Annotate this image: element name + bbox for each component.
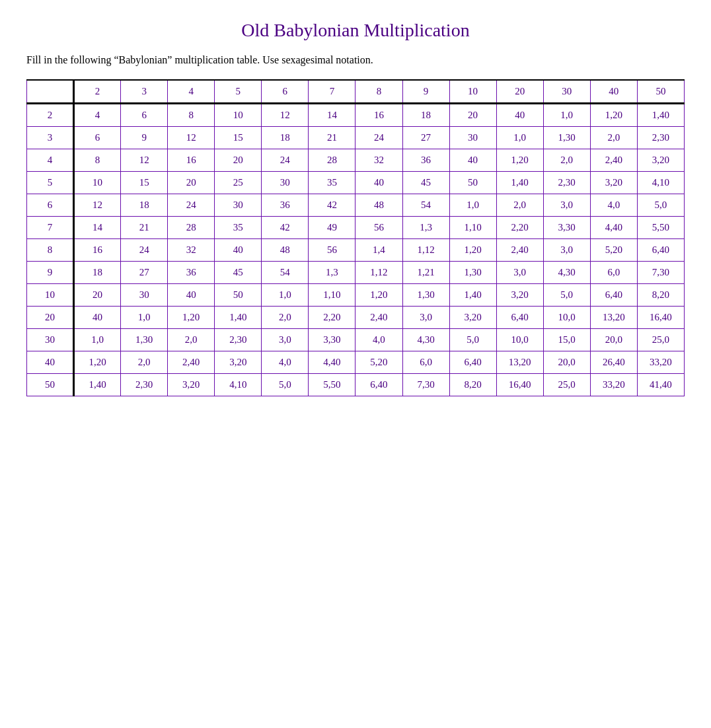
table-cell: 1,3	[402, 217, 449, 239]
table-cell: 5,0	[543, 284, 590, 307]
table-row: 369121518212427301,01,302,02,30	[27, 127, 685, 149]
table-cell: 50	[449, 172, 496, 194]
table-cell: 32	[168, 239, 215, 262]
table-cell: 16	[74, 239, 121, 262]
table-cell: 1,10	[449, 217, 496, 239]
table-cell: 56	[309, 239, 356, 262]
table-cell: 6	[74, 127, 121, 149]
table-cell: 42	[309, 194, 356, 217]
header-col-7: 7	[309, 80, 356, 104]
table-cell: 6,40	[356, 374, 402, 396]
table-cell: 3,0	[402, 307, 449, 329]
table-cell: 2,40	[590, 149, 637, 172]
table-cell: 1,20	[356, 284, 402, 307]
table-row: 51015202530354045501,402,303,204,10	[27, 172, 685, 194]
table-cell: 16	[356, 104, 402, 127]
header-col-8: 8	[356, 80, 402, 104]
table-cell: 30	[215, 194, 262, 217]
table-cell: 1,12	[402, 239, 449, 262]
table-cell: 18	[262, 127, 309, 149]
table-cell: 20	[215, 149, 262, 172]
table-cell: 36	[262, 194, 309, 217]
table-cell: 36	[402, 149, 449, 172]
table-cell: 2,20	[309, 307, 356, 329]
table-cell: 9	[121, 127, 168, 149]
table-cell: 1,40	[215, 307, 262, 329]
header-col-4: 4	[168, 80, 215, 104]
table-cell: 3,20	[449, 307, 496, 329]
table-cell: 40	[168, 284, 215, 307]
table-cell: 6,40	[496, 307, 543, 329]
table-cell: 6,0	[402, 351, 449, 374]
header-col-30: 30	[543, 80, 590, 104]
table-cell: 26,40	[590, 351, 637, 374]
table-cell: 2,0	[496, 194, 543, 217]
table-row: 7142128354249561,31,102,203,304,405,50	[27, 217, 685, 239]
table-cell: 1,4	[356, 239, 402, 262]
table-cell: 4,40	[309, 351, 356, 374]
table-cell: 35	[309, 172, 356, 194]
row-header: 7	[27, 217, 74, 239]
table-cell: 12	[168, 127, 215, 149]
table-cell: 6,40	[449, 351, 496, 374]
row-header: 50	[27, 374, 74, 396]
table-cell: 24	[168, 194, 215, 217]
table-cell: 12	[74, 194, 121, 217]
row-header: 6	[27, 194, 74, 217]
header-col-6: 6	[262, 80, 309, 104]
table-cell: 5,50	[309, 374, 356, 396]
table-cell: 1,30	[121, 329, 168, 351]
table-cell: 1,10	[309, 284, 356, 307]
table-cell: 2,40	[356, 307, 402, 329]
table-cell: 41,40	[637, 374, 684, 396]
table-cell: 28	[168, 217, 215, 239]
table-cell: 36	[168, 262, 215, 284]
table-cell: 8,20	[637, 284, 684, 307]
table-cell: 40	[356, 172, 402, 194]
table-cell: 15,0	[543, 329, 590, 351]
table-cell: 1,0	[449, 194, 496, 217]
table-cell: 7,30	[402, 374, 449, 396]
row-header: 8	[27, 239, 74, 262]
table-cell: 3,0	[543, 194, 590, 217]
table-cell: 27	[402, 127, 449, 149]
table-cell: 5,50	[637, 217, 684, 239]
table-cell: 4,30	[543, 262, 590, 284]
row-header: 3	[27, 127, 74, 149]
table-cell: 20	[449, 104, 496, 127]
table-cell: 14	[309, 104, 356, 127]
table-cell: 1,20	[449, 239, 496, 262]
table-cell: 1,12	[356, 262, 402, 284]
table-cell: 3,30	[543, 217, 590, 239]
table-cell: 20	[168, 172, 215, 194]
table-cell: 4	[74, 104, 121, 127]
row-header: 5	[27, 172, 74, 194]
table-cell: 1,0	[121, 307, 168, 329]
table-cell: 5,0	[449, 329, 496, 351]
table-row: 501,402,303,204,105,05,506,407,308,2016,…	[27, 374, 685, 396]
table-cell: 2,0	[543, 149, 590, 172]
table-cell: 33,20	[590, 374, 637, 396]
table-cell: 48	[356, 194, 402, 217]
table-cell: 3,20	[215, 351, 262, 374]
table-cell: 35	[215, 217, 262, 239]
table-cell: 12	[262, 104, 309, 127]
table-cell: 1,40	[74, 374, 121, 396]
table-cell: 4,10	[215, 374, 262, 396]
table-cell: 2,0	[121, 351, 168, 374]
table-cell: 1,30	[402, 284, 449, 307]
table-cell: 5,0	[637, 194, 684, 217]
table-cell: 25,0	[637, 329, 684, 351]
header-col-20: 20	[496, 80, 543, 104]
row-header: 4	[27, 149, 74, 172]
table-cell: 3,0	[496, 262, 543, 284]
table-row: 81624324048561,41,121,202,403,05,206,40	[27, 239, 685, 262]
table-cell: 40	[215, 239, 262, 262]
table-row: 401,202,02,403,204,04,405,206,06,4013,20…	[27, 351, 685, 374]
table-cell: 1,0	[543, 104, 590, 127]
header-col-2: 2	[74, 80, 121, 104]
table-cell: 2,0	[262, 307, 309, 329]
table-cell: 20,0	[590, 329, 637, 351]
table-cell: 13,20	[496, 351, 543, 374]
table-cell: 3,20	[637, 149, 684, 172]
